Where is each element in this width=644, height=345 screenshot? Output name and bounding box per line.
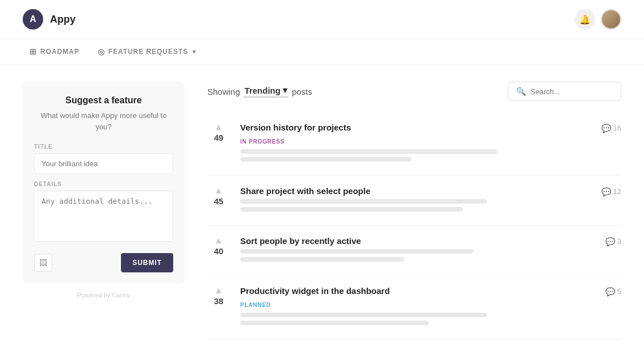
posts-list: ▲ 49 Version history for projects IN PRO… [207, 112, 621, 339]
comment-icon: 💬 [601, 187, 611, 196]
skeleton-line [240, 321, 429, 325]
post-comments: 💬 5 [593, 286, 621, 296]
title-label: TITLE [34, 144, 173, 150]
powered-by: Powered by Canny [23, 292, 185, 298]
vote-count: 45 [214, 196, 224, 206]
skeleton-line [240, 207, 463, 212]
suggest-title: Suggest a feature [34, 95, 173, 106]
post-comments: 💬 12 [593, 186, 621, 196]
upvote-arrow[interactable]: ▲ [214, 123, 223, 132]
skeleton-line [240, 157, 412, 162]
nav: ⊞ ROADMAP ◎ FEATURE REQUESTS ▾ [0, 39, 644, 65]
nav-roadmap[interactable]: ⊞ ROADMAP [23, 39, 86, 64]
post-item[interactable]: ▲ 38 Productivity widget in the dashboar… [207, 276, 621, 339]
details-input[interactable] [34, 191, 173, 242]
title-input[interactable] [34, 153, 173, 174]
post-item[interactable]: ▲ 45 Share project with select people 💬 … [207, 176, 621, 226]
header-left: A Appy [23, 9, 76, 30]
post-content: Sort people by recently active [240, 236, 583, 265]
header-right: 🔔 [575, 9, 621, 30]
skeleton-line [240, 199, 487, 204]
avatar[interactable] [601, 9, 621, 30]
posts-area: Showing Trending ▾ posts 🔍 ▲ 49 Version … [207, 82, 621, 339]
notification-button[interactable]: 🔔 [575, 9, 595, 30]
post-content: Version history for projects IN PROGRESS [240, 123, 583, 165]
submit-button[interactable]: SUBMIT [121, 253, 173, 272]
suggest-card: Suggest a feature What would make Appy m… [23, 82, 185, 284]
app-logo: A [23, 9, 43, 30]
app-name: Appy [50, 14, 76, 26]
feature-requests-icon: ◎ [98, 47, 105, 56]
form-footer: 🖼 SUBMIT [34, 253, 173, 272]
post-item[interactable]: ▲ 49 Version history for projects IN PRO… [207, 112, 621, 176]
status-badge: PLANNED [240, 302, 271, 308]
comment-icon: 💬 [601, 124, 611, 133]
showing-row: Showing Trending ▾ posts [207, 85, 312, 98]
roadmap-icon: ⊞ [30, 47, 37, 56]
post-title: Productivity widget in the dashboard [240, 286, 583, 296]
skeleton-line [240, 313, 487, 317]
vote-column: ▲ 49 [207, 123, 230, 142]
vote-count: 38 [214, 296, 224, 306]
skeleton-line [240, 149, 497, 154]
vote-count: 49 [214, 133, 224, 142]
upvote-arrow[interactable]: ▲ [214, 236, 223, 245]
status-badge: IN PROGRESS [240, 138, 285, 145]
nav-feature-requests[interactable]: ◎ FEATURE REQUESTS ▾ [91, 39, 203, 64]
sidebar: Suggest a feature What would make Appy m… [23, 82, 185, 339]
comment-count: 16 [613, 124, 621, 132]
showing-label: Showing [207, 87, 240, 96]
trending-dropdown[interactable]: Trending ▾ [244, 85, 288, 98]
post-title: Version history for projects [240, 123, 583, 132]
post-item[interactable]: ▲ 40 Sort people by recently active 💬 3 [207, 226, 621, 276]
details-field-group: DETAILS [34, 181, 173, 244]
comment-icon: 💬 [605, 287, 615, 296]
main-content: Suggest a feature What would make Appy m… [0, 65, 644, 345]
search-icon: 🔍 [516, 87, 526, 96]
image-upload-button[interactable]: 🖼 [34, 254, 52, 272]
post-content: Share project with select people [240, 186, 583, 215]
search-box: 🔍 [508, 82, 621, 101]
skeleton-line [240, 249, 473, 254]
comment-count: 12 [613, 187, 621, 196]
post-comments: 💬 16 [593, 123, 621, 133]
search-input[interactable] [530, 87, 613, 96]
chevron-down-icon: ▾ [193, 48, 196, 56]
comment-count: 5 [617, 287, 621, 296]
upvote-arrow[interactable]: ▲ [214, 186, 223, 195]
post-title: Sort people by recently active [240, 236, 583, 246]
posts-header: Showing Trending ▾ posts 🔍 [207, 82, 621, 101]
post-content: Productivity widget in the dashboard PLA… [240, 286, 583, 329]
post-title: Share project with select people [240, 186, 583, 196]
upvote-arrow[interactable]: ▲ [214, 286, 223, 295]
details-label: DETAILS [34, 181, 173, 187]
suggest-subtitle: What would make Appy more useful to you? [34, 110, 173, 132]
vote-count: 40 [214, 246, 224, 256]
title-field-group: TITLE [34, 144, 173, 174]
post-comments: 💬 3 [593, 236, 621, 246]
comment-icon: 💬 [605, 237, 615, 246]
image-icon: 🖼 [39, 258, 47, 267]
posts-label: posts [292, 87, 312, 96]
header: A Appy 🔔 [0, 0, 644, 39]
vote-column: ▲ 40 [207, 236, 230, 256]
vote-column: ▲ 38 [207, 286, 230, 306]
vote-column: ▲ 45 [207, 186, 230, 206]
comment-count: 3 [617, 237, 621, 246]
chevron-down-icon: ▾ [283, 85, 287, 95]
skeleton-line [240, 257, 404, 262]
